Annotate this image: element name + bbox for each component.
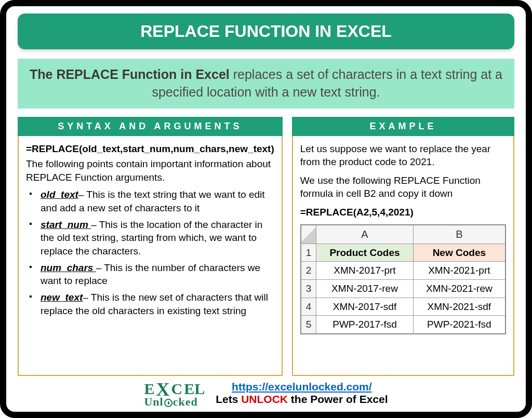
footer-link[interactable]: https://excelunlocked.com/ bbox=[232, 381, 372, 393]
row-number: 2 bbox=[301, 262, 316, 280]
example-paragraph-2: We use the following REPLACE Function fo… bbox=[300, 174, 506, 200]
key-icon bbox=[164, 399, 172, 407]
two-column-layout: SYNTAX AND ARGUMENTS =REPLACE(old_text,s… bbox=[18, 117, 514, 376]
footer: EXCEL Unlcked https://excelunlocked.com/… bbox=[18, 376, 514, 408]
cell-a: PWP-2017-fsd bbox=[316, 316, 413, 334]
syntax-column: SYNTAX AND ARGUMENTS =REPLACE(old_text,s… bbox=[18, 117, 283, 376]
description-box: The REPLACE Function in Excel replaces a… bbox=[18, 59, 514, 109]
argument-list: old_text– This is the text string that w… bbox=[26, 188, 274, 317]
arg-item: new_text– This is the new set of charact… bbox=[29, 291, 274, 317]
logo-top: EXCEL bbox=[144, 379, 206, 397]
header-new-codes: New Codes bbox=[413, 244, 506, 262]
table-row: 3 XMN-2017-rew XMN-2021-rew bbox=[301, 279, 506, 298]
tagline-pre: Lets bbox=[216, 393, 241, 405]
arg-name: start_num bbox=[41, 219, 91, 230]
arg-name: num_chars bbox=[41, 262, 96, 273]
cell-b: PWP-2021-fsd bbox=[413, 316, 506, 334]
tagline-post: the Power of Excel bbox=[288, 393, 388, 405]
table-row: 4 XMN-2017-sdf XMN-2021-sdf bbox=[301, 298, 506, 316]
syntax-body: =REPLACE(old_text,start_num,num_chars,ne… bbox=[18, 136, 283, 376]
excel-table: A B 1 Product Codes New Codes 2 XMN-2017… bbox=[300, 224, 506, 334]
infographic-card: REPLACE FUNCTION IN EXCEL The REPLACE Fu… bbox=[0, 0, 532, 418]
table-col-header-row: A B bbox=[301, 225, 506, 244]
table-row: 2 XMN-2017-prt XMN-2021-prt bbox=[301, 262, 506, 280]
cell-a: XMN-2017-prt bbox=[316, 262, 413, 280]
header-product-codes: Product Codes bbox=[316, 244, 413, 262]
syntax-intro: The following points contain important i… bbox=[26, 157, 274, 184]
arg-name: new_text bbox=[41, 292, 83, 303]
example-header: EXAMPLE bbox=[292, 117, 514, 136]
table-row: 5 PWP-2017-fsd PWP-2021-fsd bbox=[301, 316, 506, 334]
footer-text: https://excelunlocked.com/ Lets UNLOCK t… bbox=[216, 381, 388, 406]
row-number: 4 bbox=[301, 298, 316, 316]
select-all-corner bbox=[301, 225, 316, 244]
cell-a: XMN-2017-sdf bbox=[316, 298, 413, 316]
row-number: 3 bbox=[301, 279, 316, 298]
arg-item: num_chars – This is the number of charac… bbox=[29, 261, 274, 288]
footer-tagline: Lets UNLOCK the Power of Excel bbox=[216, 393, 388, 405]
description-bold: The REPLACE Function in Excel bbox=[30, 67, 230, 82]
cell-b: XMN-2021-rew bbox=[413, 279, 506, 298]
cell-b: XMN-2021-sdf bbox=[413, 298, 506, 316]
cell-a: XMN-2017-rew bbox=[316, 279, 413, 298]
example-body: Let us suppose we want to replace the ye… bbox=[292, 136, 514, 376]
arg-item: start_num – This is the location of the … bbox=[29, 218, 274, 258]
table-header-row: 1 Product Codes New Codes bbox=[301, 244, 506, 262]
example-paragraph-1: Let us suppose we want to replace the ye… bbox=[300, 142, 506, 169]
col-label-a: A bbox=[316, 225, 413, 244]
tagline-unlock: UNLOCK bbox=[241, 393, 288, 405]
row-number: 1 bbox=[301, 244, 316, 262]
arg-item: old_text– This is the text string that w… bbox=[29, 188, 274, 214]
syntax-header: SYNTAX AND ARGUMENTS bbox=[18, 117, 283, 136]
page-title: REPLACE FUNCTION IN EXCEL bbox=[18, 14, 514, 49]
logo-bottom: Unlcked bbox=[144, 397, 206, 408]
syntax-formula: =REPLACE(old_text,start_num,num_chars,ne… bbox=[26, 142, 274, 156]
cell-b: XMN-2021-prt bbox=[413, 262, 506, 280]
example-formula: =REPLACE(A2,5,4,2021) bbox=[300, 206, 506, 219]
example-column: EXAMPLE Let us suppose we want to replac… bbox=[292, 117, 514, 376]
row-number: 5 bbox=[301, 316, 316, 334]
col-label-b: B bbox=[413, 225, 506, 244]
brand-logo: EXCEL Unlcked bbox=[144, 379, 206, 408]
arg-name: old_text bbox=[41, 189, 78, 200]
